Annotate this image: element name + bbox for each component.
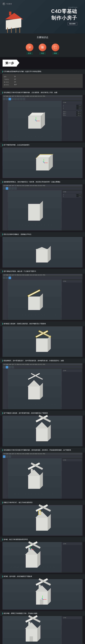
caption-bar-icon	[2, 412, 3, 414]
c4d-attributes-panel[interactable]: 立方体	[62, 542, 82, 573]
cube-model[interactable]	[27, 113, 42, 129]
brand-name: 巧匠教育	[6, 3, 12, 5]
size-panel[interactable]: 尺寸.X200 cm 尺寸.Y200 cm 尺寸.Z200 cm	[62, 110, 82, 116]
tool-button[interactable]	[20, 98, 23, 100]
object-manager[interactable]: 立方体	[62, 370, 82, 372]
tool-button[interactable]	[11, 98, 14, 100]
house-model[interactable]	[26, 290, 44, 310]
c4d-viewport[interactable]	[7, 369, 62, 409]
c4d-viewport[interactable]	[2, 416, 83, 446]
caption-bar-icon	[2, 360, 3, 362]
c4d-left-tools[interactable]	[3, 101, 7, 141]
c4d-attributes-panel[interactable]: 立方体 X0 cmY0 cm	[62, 190, 82, 230]
c4d-toolbar[interactable]	[3, 97, 82, 101]
c4d-menubar[interactable]: 文件 编辑 创建 选择 工具 网格 样条 体积 运动图形 角色 动画 模拟 渲染…	[3, 274, 82, 276]
c4d-screenshot: 文件 编辑 创建 选择 工具 网格 样条 体积 运动图形 角色 动画 模拟 渲染…	[2, 274, 83, 320]
house-model[interactable]	[33, 510, 52, 531]
house-model[interactable]	[33, 242, 52, 262]
c4d-viewport[interactable]	[2, 147, 83, 178]
house-model[interactable]	[26, 200, 44, 221]
c4d-viewport[interactable]	[2, 579, 83, 610]
transform-gizmo-icon[interactable]	[41, 160, 46, 166]
tool-button[interactable]	[9, 455, 11, 458]
tool-button[interactable]	[3, 366, 6, 368]
tool-button[interactable]	[9, 187, 11, 190]
caption: 按下M键进入面选择，选中屋顶环切面，按住D键挤压出下图形状	[0, 411, 85, 416]
tool-button[interactable]	[23, 98, 25, 100]
grid-floor	[7, 223, 62, 230]
coords-panel[interactable]: X0 cmY0 cm	[62, 194, 82, 198]
c4d-menubar[interactable]: 文件 编辑 创建 选择 工具 网格 样条 体积 运动图形 角色 动画 模拟 渲染…	[3, 184, 82, 187]
c4d-toolbar[interactable]	[3, 455, 82, 458]
caption-text: 首先新建立方体并且转换为可编辑对象，点击顶部面，按住D挤压上方面，如图	[4, 92, 57, 94]
tool-button[interactable]	[14, 187, 17, 190]
c4d-viewport[interactable]	[2, 326, 83, 357]
house-model[interactable]	[23, 547, 41, 568]
house-model[interactable]	[33, 584, 52, 604]
house-model[interactable]	[26, 379, 44, 400]
object-manager[interactable]: 立方体	[62, 459, 82, 461]
c4d-viewport[interactable]	[7, 458, 62, 499]
tool-button[interactable]	[6, 366, 8, 368]
cube-model[interactable]	[35, 155, 50, 170]
tool-button[interactable]	[14, 98, 17, 100]
tool-button[interactable]	[3, 187, 6, 190]
house-model[interactable]	[26, 468, 44, 489]
tool-button[interactable]	[9, 366, 11, 368]
house-model[interactable]	[33, 331, 52, 352]
tool-button[interactable]	[3, 98, 6, 100]
object-manager[interactable]: 立方体	[62, 101, 82, 104]
c4d-viewport[interactable]	[7, 101, 62, 141]
settings-row: 帧率25	[4, 76, 81, 78]
c4d-attributes-panel[interactable]: 立方体	[62, 369, 82, 409]
c4d-attributes-panel[interactable]: 立方体	[62, 280, 82, 320]
c4d-menubar[interactable]: 文件 编辑 创建 选择 工具 网格 样条 体积 运动图形 角色 动画 模拟 渲染…	[3, 452, 82, 455]
caption-text: 按住M键，调整正方体新建立方体，开始做小烟囱	[4, 612, 37, 614]
c4d-viewport[interactable]	[3, 616, 62, 644]
tool-button[interactable]	[6, 98, 8, 100]
tool-button[interactable]	[6, 455, 8, 458]
hero-banner: 匠 巧匠教育 A small house C4D零基础 制作小房子 图文教程	[0, 0, 85, 34]
tool-button[interactable]	[9, 98, 11, 100]
grid-floor	[7, 312, 62, 320]
tutorial-badge: 图文教程	[68, 22, 77, 25]
tool-button[interactable]	[3, 455, 6, 458]
transform-gizmo-icon[interactable]	[40, 597, 45, 602]
object-manager[interactable]: 立方体	[62, 542, 82, 545]
house-model[interactable]	[23, 621, 41, 642]
c4d-viewport[interactable]	[7, 190, 62, 230]
coords-panel[interactable]: X0 cm Y0 cm Z0 cm	[62, 104, 82, 110]
tool-button[interactable]	[3, 276, 6, 279]
transform-gizmo-icon[interactable]	[33, 118, 39, 124]
transform-gizmo-icon[interactable]	[28, 547, 33, 552]
tool-button[interactable]	[6, 187, 8, 190]
c4d-toolbar[interactable]	[3, 187, 82, 190]
c4d-menubar[interactable]: 文件 编辑 创建 选择 工具 网格 样条 体积 运动图形 角色 动画 模拟 渲染…	[3, 363, 82, 366]
c4d-left-tools[interactable]	[3, 369, 7, 409]
object-manager[interactable]: 立方体	[62, 190, 82, 193]
object-manager[interactable]: 立方体	[62, 280, 82, 282]
c4d-attributes-panel[interactable]: 立方体	[62, 458, 82, 499]
c4d-screenshot: 立方体	[2, 542, 83, 573]
c4d-toolbar[interactable]	[3, 366, 82, 369]
c4d-attributes-panel[interactable]: 立方体 X0 cm Y0 cm Z0 cm 尺寸.X200 cm 尺寸.Y200…	[62, 101, 82, 141]
tool-button[interactable]	[9, 276, 11, 279]
tool-button[interactable]	[6, 276, 8, 279]
c4d-viewport[interactable]	[7, 280, 62, 320]
c4d-left-tools[interactable]	[3, 280, 7, 320]
logo-row: 匠 巧匠教育	[3, 2, 82, 5]
c4d-menubar[interactable]: 文件 编辑 创建 选择 工具 网格 样条 体积 运动图形 角色 动画 模拟 渲染…	[3, 95, 82, 97]
c4d-viewport[interactable]	[3, 542, 62, 573]
tool-button[interactable]	[17, 98, 20, 100]
c4d-left-tools[interactable]	[3, 190, 7, 230]
house-model[interactable]	[33, 421, 52, 441]
c4d-viewport[interactable]	[2, 505, 83, 536]
tool-button[interactable]	[11, 366, 14, 368]
tool-button[interactable]	[11, 187, 14, 190]
object-manager[interactable]: 立方体	[62, 616, 82, 619]
c4d-attributes-panel[interactable]: 立方体	[62, 616, 82, 644]
c4d-viewport[interactable]	[2, 237, 83, 268]
c4d-left-tools[interactable]	[3, 458, 7, 499]
caption: 打开参数设置的帧率改为25帧（也是打开C4D的设置哦）	[0, 69, 85, 74]
c4d-toolbar[interactable]	[3, 276, 82, 280]
